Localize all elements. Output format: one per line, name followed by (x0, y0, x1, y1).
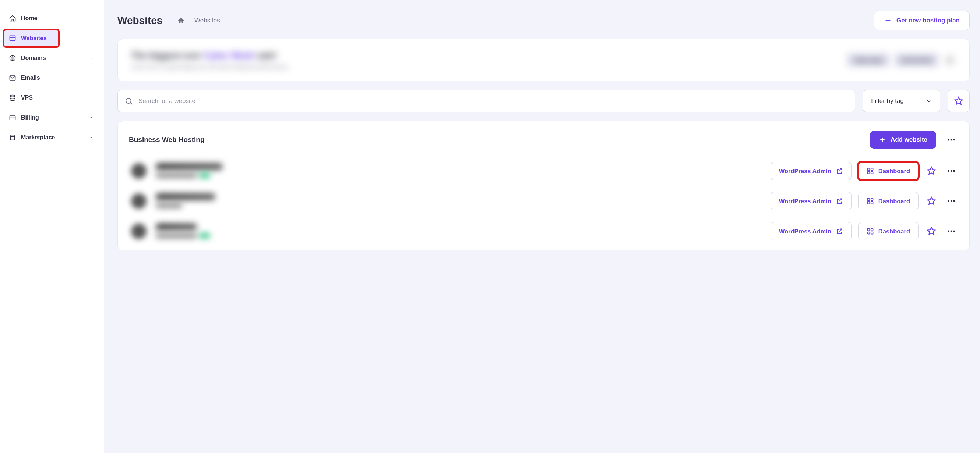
favorite-toggle[interactable] (925, 225, 938, 238)
external-link-icon (836, 198, 843, 205)
site-avatar (131, 193, 146, 209)
svg-rect-18 (867, 202, 870, 204)
promo-timer: 00 00 00 00 (894, 53, 939, 67)
svg-rect-24 (871, 229, 873, 231)
globe-icon (9, 54, 16, 62)
row-more-button[interactable] (944, 194, 958, 208)
svg-rect-10 (871, 168, 873, 171)
dashboard-button[interactable]: Dashboard (858, 162, 918, 180)
more-horizontal-icon (947, 196, 956, 206)
dashboard-icon (867, 198, 874, 205)
dashboard-icon (867, 228, 874, 235)
svg-point-6 (948, 139, 950, 141)
more-horizontal-icon (947, 166, 956, 176)
card-icon (9, 114, 16, 121)
site-info[interactable] (156, 193, 764, 209)
filter-by-tag-dropdown[interactable]: Filter by tag (862, 90, 940, 112)
sidebar-item-label: Billing (21, 114, 39, 121)
svg-point-21 (951, 200, 952, 202)
row-more-button[interactable] (944, 224, 958, 238)
favorite-toggle[interactable] (925, 165, 938, 177)
get-new-hosting-plan-button[interactable]: Get new hosting plan (874, 11, 970, 30)
external-link-icon (836, 228, 843, 235)
plus-icon (879, 136, 886, 143)
site-info[interactable] (156, 163, 764, 179)
mail-icon (9, 74, 16, 82)
window-icon (9, 35, 16, 42)
wordpress-admin-button[interactable]: WordPress Admin (770, 192, 851, 210)
star-icon (927, 166, 936, 176)
svg-rect-9 (867, 168, 870, 171)
external-link-icon (836, 167, 843, 175)
main-content: Websites - Websites Get new hosting plan… (104, 0, 980, 453)
filter-bar: Filter by tag (118, 90, 970, 112)
sidebar-item-home[interactable]: Home (4, 10, 100, 27)
website-row: WordPress Admin Dashboard (129, 186, 958, 216)
svg-point-27 (948, 231, 950, 232)
search-input[interactable] (138, 97, 848, 105)
favorites-filter-button[interactable] (948, 90, 970, 112)
sidebar-item-label: Websites (21, 35, 47, 41)
promo-headline: The biggest ever Cyber Week sale! (131, 51, 289, 61)
wordpress-admin-button[interactable]: WordPress Admin (770, 162, 851, 180)
button-label: Dashboard (878, 228, 910, 235)
svg-point-3 (10, 95, 15, 97)
sidebar-item-billing[interactable]: Billing (4, 109, 100, 127)
chevron-down-icon (926, 98, 932, 104)
dashboard-button[interactable]: Dashboard (858, 222, 918, 241)
favorite-toggle[interactable] (925, 195, 938, 207)
svg-point-14 (951, 170, 952, 172)
svg-rect-17 (871, 198, 873, 201)
button-label: WordPress Admin (779, 228, 831, 235)
svg-rect-12 (871, 172, 873, 174)
dashboard-button[interactable]: Dashboard (858, 192, 918, 210)
database-icon (9, 94, 16, 101)
website-row: WordPress Admin Dashboard (129, 216, 958, 246)
promo-cta-button[interactable]: Claim deal (847, 53, 889, 67)
svg-point-28 (951, 231, 952, 232)
button-label: Dashboard (878, 198, 910, 205)
svg-point-5 (126, 98, 131, 103)
sidebar-item-label: Marketplace (21, 134, 55, 141)
row-more-button[interactable] (944, 164, 958, 178)
svg-point-15 (953, 170, 955, 172)
svg-point-8 (953, 139, 955, 141)
svg-rect-19 (871, 202, 873, 204)
sidebar-item-marketplace[interactable]: Marketplace (4, 129, 100, 146)
wordpress-admin-button[interactable]: WordPress Admin (770, 222, 851, 241)
promo-subtext: Learn how to supercharge your site with … (131, 63, 289, 70)
svg-rect-11 (867, 172, 870, 174)
page-title: Websites (118, 15, 162, 27)
breadcrumb-sep: - (188, 17, 191, 24)
sidebar-item-emails[interactable]: Emails (4, 69, 100, 87)
chevron-down-icon (89, 56, 94, 60)
sidebar: Home Websites Domains Emails VPS Billing (0, 0, 104, 453)
svg-point-22 (953, 200, 955, 202)
home-icon (177, 17, 185, 24)
sidebar-item-websites[interactable]: Websites (4, 29, 59, 47)
search-icon (124, 97, 133, 106)
sidebar-item-label: VPS (21, 95, 33, 101)
sidebar-item-label: Emails (21, 74, 40, 81)
breadcrumb-current: Websites (194, 17, 220, 24)
sidebar-item-label: Home (21, 15, 37, 22)
svg-point-13 (948, 170, 950, 172)
svg-point-20 (948, 200, 950, 202)
promo-banner: The biggest ever Cyber Week sale! Learn … (118, 39, 970, 81)
search-input-wrapper[interactable] (118, 90, 855, 112)
page-header: Websites - Websites Get new hosting plan (118, 11, 970, 30)
svg-point-29 (953, 231, 955, 232)
star-icon (927, 196, 936, 206)
star-icon (927, 226, 936, 236)
sidebar-item-domains[interactable]: Domains (4, 49, 100, 67)
button-label: Dashboard (878, 168, 910, 175)
close-icon[interactable]: ✕ (943, 54, 956, 67)
site-info[interactable] (156, 223, 764, 239)
breadcrumb[interactable]: - Websites (177, 17, 220, 24)
hosting-plan-card: Business Web Hosting Add website (118, 121, 970, 250)
site-avatar (131, 163, 146, 179)
plan-more-button[interactable] (944, 133, 958, 147)
add-website-button[interactable]: Add website (870, 131, 936, 149)
button-label: Get new hosting plan (896, 17, 960, 24)
sidebar-item-vps[interactable]: VPS (4, 89, 100, 107)
